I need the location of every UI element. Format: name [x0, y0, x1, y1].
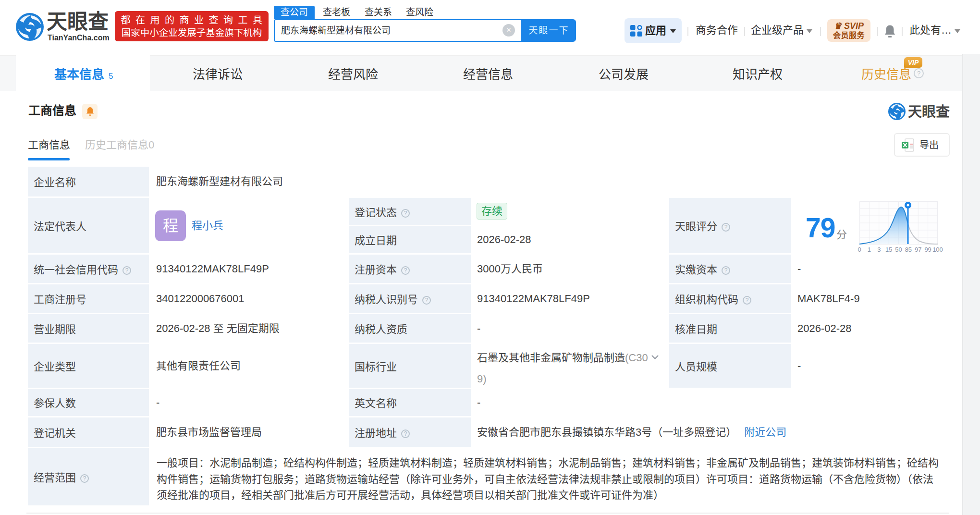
svg-text:15: 15	[885, 246, 892, 253]
svg-text:50: 50	[895, 246, 902, 253]
svg-text:100: 100	[932, 246, 943, 253]
svg-text:1: 1	[868, 246, 871, 253]
svg-text:0: 0	[858, 246, 861, 253]
svg-text:85: 85	[905, 246, 912, 253]
svg-text:3: 3	[877, 246, 881, 253]
svg-text:97: 97	[915, 246, 921, 253]
svg-text:99: 99	[924, 246, 931, 253]
